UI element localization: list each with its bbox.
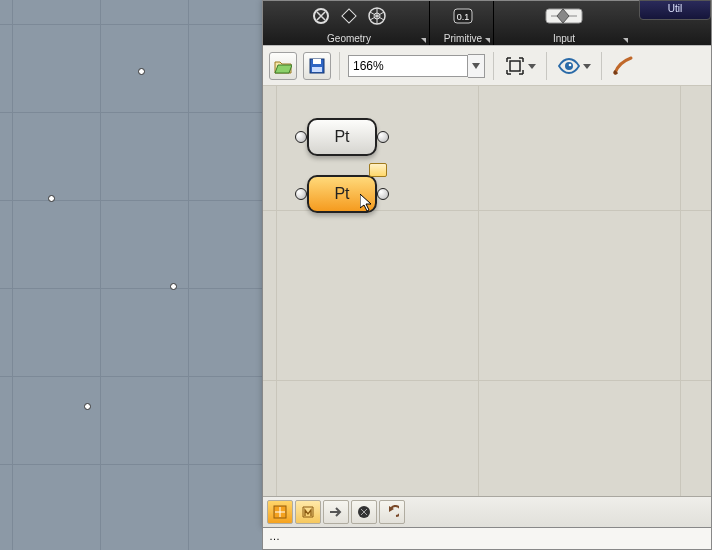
viewport-point[interactable] bbox=[170, 283, 177, 290]
zoom-input[interactable] bbox=[348, 55, 468, 77]
cluster-button[interactable] bbox=[351, 500, 377, 524]
ribbon-group-geometry: Geometry bbox=[269, 1, 430, 45]
sketch-tool-button[interactable] bbox=[610, 54, 638, 78]
ribbon-tab-util[interactable]: Util bbox=[639, 0, 711, 20]
svg-rect-10 bbox=[313, 59, 321, 64]
rhino-viewport[interactable] bbox=[0, 0, 262, 550]
ribbon: Util Geometry 0.1 Primitive bbox=[263, 1, 711, 45]
grasshopper-panel: Util Geometry 0.1 Primitive bbox=[262, 0, 712, 528]
ribbon-group-label: Geometry bbox=[269, 33, 429, 44]
svg-point-14 bbox=[565, 62, 573, 70]
number-icon[interactable]: 0.1 bbox=[452, 5, 474, 27]
circle-icon[interactable] bbox=[310, 5, 332, 27]
brush-icon bbox=[612, 56, 636, 76]
point-param-node[interactable]: Pt bbox=[295, 118, 389, 156]
svg-point-15 bbox=[569, 64, 572, 67]
ribbon-group-input: Input bbox=[497, 1, 631, 45]
canvas-bottom-toolbar bbox=[263, 496, 711, 527]
eye-icon bbox=[557, 57, 581, 75]
compass-button[interactable] bbox=[267, 500, 293, 524]
svg-rect-11 bbox=[312, 67, 322, 72]
viewport-point[interactable] bbox=[84, 403, 91, 410]
undo-arc-button[interactable] bbox=[379, 500, 405, 524]
status-text: … bbox=[269, 530, 280, 542]
hexagon-icon[interactable] bbox=[366, 5, 388, 27]
node-label: Pt bbox=[334, 128, 349, 146]
ribbon-group-label: Input bbox=[497, 33, 631, 44]
svg-rect-1 bbox=[342, 9, 356, 23]
viewport-point[interactable] bbox=[138, 68, 145, 75]
node-label: Pt bbox=[334, 185, 349, 203]
zoom-dropdown-button[interactable] bbox=[468, 54, 485, 78]
ribbon-group-label: Primitive bbox=[433, 33, 493, 44]
ribbon-group-primitive: 0.1 Primitive bbox=[433, 1, 494, 45]
slider-icon[interactable] bbox=[544, 5, 584, 27]
arrow-right-button[interactable] bbox=[323, 500, 349, 524]
output-port[interactable] bbox=[377, 188, 389, 200]
zoom-combobox[interactable] bbox=[348, 54, 485, 78]
markov-button[interactable] bbox=[295, 500, 321, 524]
input-port[interactable] bbox=[295, 131, 307, 143]
output-port[interactable] bbox=[377, 131, 389, 143]
open-file-button[interactable] bbox=[269, 52, 297, 80]
warning-balloon-icon[interactable] bbox=[369, 163, 387, 177]
svg-text:0.1: 0.1 bbox=[457, 12, 470, 22]
input-port[interactable] bbox=[295, 188, 307, 200]
svg-rect-13 bbox=[510, 61, 520, 71]
viewport-point[interactable] bbox=[48, 195, 55, 202]
focus-icon bbox=[504, 55, 526, 77]
point-param-node-selected[interactable]: Pt bbox=[295, 175, 389, 213]
status-bar: … bbox=[262, 528, 712, 550]
toolbar bbox=[263, 45, 711, 87]
grasshopper-canvas[interactable]: Pt Pt bbox=[263, 85, 711, 497]
save-file-button[interactable] bbox=[303, 52, 331, 80]
zoom-extents-button[interactable] bbox=[502, 53, 538, 79]
svg-marker-12 bbox=[472, 63, 480, 69]
preview-mode-button[interactable] bbox=[555, 55, 593, 77]
diamond-icon[interactable] bbox=[338, 5, 360, 27]
